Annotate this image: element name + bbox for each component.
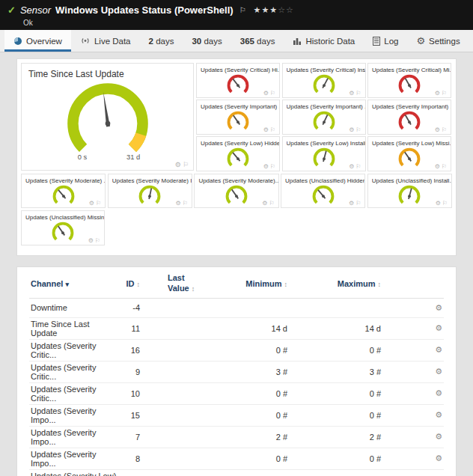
- gear-icon[interactable]: ⚙: [436, 200, 442, 207]
- gear-icon[interactable]: ⚙: [435, 163, 442, 170]
- tab-log[interactable]: Log: [364, 30, 407, 52]
- channel-settings-icon[interactable]: ⚙: [388, 365, 444, 378]
- cell-channel[interactable]: Updates (Severity Impo...: [29, 448, 118, 469]
- tab-label: 2 days: [149, 37, 174, 46]
- cell-channel[interactable]: Updates (Severity Critic...: [29, 383, 118, 404]
- sort-updown-icon: ↕: [284, 281, 288, 288]
- tab-settings[interactable]: ⚙Settings: [407, 30, 469, 52]
- gear-icon[interactable]: ⚙: [435, 126, 442, 133]
- tab-label: Historic Data: [305, 37, 355, 46]
- col-header-maximum[interactable]: Maximum↕: [295, 278, 388, 290]
- gear-icon[interactable]: ⚙: [349, 163, 355, 170]
- gear-icon[interactable]: ⚙: [435, 90, 442, 97]
- channel-gauge-card[interactable]: Updates (Severity Low) Missi...⚙⚐: [367, 136, 451, 171]
- alert-icon[interactable]: ⚐: [269, 200, 275, 207]
- channel-gauge-card[interactable]: Updates (Unclassified) Missing⚙⚐: [21, 210, 105, 245]
- alert-icon[interactable]: ⚐: [442, 163, 448, 170]
- alert-icon[interactable]: ⚐: [96, 200, 103, 207]
- channel-gauge-card[interactable]: Updates (Severity Important) ...⚙⚐: [367, 100, 451, 135]
- channel-settings-icon[interactable]: ⚙: [388, 344, 444, 356]
- channel-settings-icon[interactable]: ⚙: [388, 322, 444, 335]
- channel-gauge-card[interactable]: Updates (Severity Low) Hidden⚙⚐: [196, 136, 280, 171]
- col-header-actions: [388, 282, 444, 285]
- gear-icon[interactable]: ⚙: [89, 200, 96, 207]
- channel-gauge-card[interactable]: Updates (Severity Critical) Mi...⚙⚐: [367, 63, 451, 98]
- gear-icon[interactable]: ⚙: [349, 126, 355, 133]
- cell-channel[interactable]: Updates (Severity Impo...: [29, 405, 118, 426]
- channel-gauge-title: Updates (Severity Moderate) ...: [25, 177, 105, 184]
- gauge-card-icons: ⚙⚐: [262, 200, 275, 207]
- tab-historic-data[interactable]: Historic Data: [284, 30, 364, 52]
- time-since-last-update-card[interactable]: Time Since Last Update 0 s 31 d ⚙⚐: [21, 63, 194, 171]
- alert-icon[interactable]: ⚐: [270, 163, 277, 170]
- alert-icon[interactable]: ⚐: [183, 161, 190, 168]
- channel-settings-icon[interactable]: ⚙: [388, 430, 444, 443]
- channel-gauge-title: Updates (Severity Moderate)...: [198, 177, 278, 184]
- channel-settings-icon[interactable]: ⚙: [388, 452, 444, 465]
- alert-icon[interactable]: ⚐: [355, 200, 362, 207]
- cell-minimum: 0 #: [209, 409, 295, 421]
- alert-icon[interactable]: ⚐: [442, 90, 448, 97]
- channel-gauge-card[interactable]: Updates (Unclassified) Hidden⚙⚐: [281, 174, 365, 209]
- channel-gauge-card[interactable]: Updates (Severity Low) Install...⚙⚐: [282, 136, 366, 171]
- alert-icon[interactable]: ⚐: [442, 200, 449, 207]
- gear-icon[interactable]: ⚙: [263, 163, 270, 170]
- live-icon: [80, 37, 91, 45]
- table-row[interactable]: Updates (Severity Low) ...130 #0 #⚙: [29, 470, 444, 476]
- cell-channel[interactable]: Updates (Severity Critic...: [29, 340, 118, 361]
- channel-settings-icon[interactable]: ⚙: [388, 387, 444, 400]
- alert-icon[interactable]: ⚐: [95, 237, 102, 244]
- table-row[interactable]: Downtime-4⚙: [29, 299, 444, 318]
- col-header-id[interactable]: ID↕: [118, 278, 149, 290]
- channel-gauge-card[interactable]: Updates (Severity Moderate) I...⚙⚐: [108, 174, 192, 209]
- table-row[interactable]: Time Since Last Update1114 d14 d⚙: [29, 318, 444, 340]
- tab-2-days[interactable]: 2 days: [140, 30, 183, 52]
- channel-gauge-card[interactable]: Updates (Unclassified) Install...⚙⚐: [367, 174, 452, 209]
- tab-live-data[interactable]: Live Data: [71, 30, 140, 52]
- alert-icon[interactable]: ⚐: [183, 200, 189, 207]
- gear-icon[interactable]: ⚙: [176, 200, 183, 207]
- gear-icon[interactable]: ⚙: [263, 126, 270, 133]
- table-row[interactable]: Updates (Severity Critic...100 #0 #⚙: [29, 383, 444, 405]
- gear-icon[interactable]: ⚙: [349, 90, 355, 97]
- gear-icon[interactable]: ⚙: [263, 90, 270, 97]
- alert-icon[interactable]: ⚐: [270, 90, 277, 97]
- channel-gauge-card[interactable]: Updates (Severity Critical) Ins...⚙⚐: [282, 63, 366, 98]
- cell-channel[interactable]: Downtime: [29, 302, 118, 314]
- alert-icon[interactable]: ⚐: [355, 126, 362, 133]
- tab-365-days[interactable]: 365 days: [231, 30, 284, 52]
- channel-settings-icon[interactable]: ⚙: [388, 409, 444, 421]
- channel-gauge-title: Updates (Severity Important) ...: [372, 103, 451, 110]
- alert-icon[interactable]: ⚐: [442, 126, 448, 133]
- channel-gauge-card[interactable]: Updates (Severity Important) ...⚙⚐: [282, 100, 366, 135]
- col-header-last-value[interactable]: Last Value↕: [149, 272, 209, 296]
- channel-gauge-card[interactable]: Updates (Severity Moderate) ...⚙⚐: [21, 174, 106, 209]
- table-row[interactable]: Updates (Severity Critic...160 #0 #⚙: [29, 340, 444, 361]
- gear-icon[interactable]: ⚙: [88, 237, 95, 244]
- table-row[interactable]: Updates (Severity Critic...93 #3 #⚙: [29, 361, 444, 383]
- gear-icon[interactable]: ⚙: [175, 161, 183, 168]
- gear-icon[interactable]: ⚙: [349, 200, 355, 207]
- channel-gauge-card[interactable]: Updates (Severity Critical) Hi...⚙⚐: [196, 63, 280, 98]
- channel-settings-icon[interactable]: ⚙: [388, 302, 444, 314]
- mini-gauge: [391, 183, 428, 208]
- cell-channel[interactable]: Updates (Severity Low) ...: [29, 470, 118, 476]
- table-row[interactable]: Updates (Severity Impo...80 #0 #⚙: [29, 448, 444, 470]
- col-header-channel[interactable]: Channel▾: [29, 278, 118, 290]
- cell-channel[interactable]: Updates (Severity Critic...: [29, 361, 118, 382]
- table-row[interactable]: Updates (Severity Impo...150 #0 #⚙: [29, 405, 444, 427]
- priority-flag-icon[interactable]: ⚐: [239, 6, 246, 14]
- alert-icon[interactable]: ⚐: [270, 126, 277, 133]
- alert-icon[interactable]: ⚐: [355, 90, 362, 97]
- channel-gauge-card[interactable]: Updates (Severity Important) ...⚙⚐: [196, 100, 280, 135]
- rating-stars[interactable]: ★★★☆☆: [254, 5, 294, 15]
- alert-icon[interactable]: ⚐: [355, 163, 362, 170]
- tab-overview[interactable]: Overview: [4, 30, 71, 52]
- table-row[interactable]: Updates (Severity Impo...72 #2 #⚙: [29, 427, 444, 448]
- cell-channel[interactable]: Time Since Last Update: [29, 318, 118, 339]
- tab-30-days[interactable]: 30 days: [183, 30, 231, 52]
- cell-channel[interactable]: Updates (Severity Impo...: [29, 427, 118, 448]
- col-header-minimum[interactable]: Minimum↕: [209, 278, 295, 290]
- stars-empty: ☆☆: [278, 5, 294, 14]
- channel-gauge-card[interactable]: Updates (Severity Moderate)...⚙⚐: [194, 174, 278, 209]
